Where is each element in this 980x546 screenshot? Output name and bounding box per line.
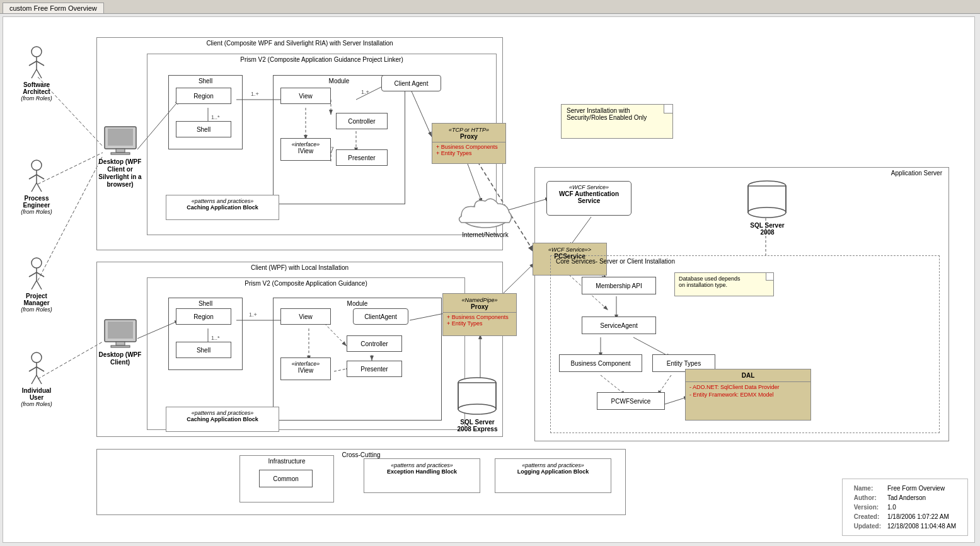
region-top-box: Region bbox=[176, 88, 231, 104]
svg-line-49 bbox=[37, 61, 44, 66]
svg-point-46 bbox=[32, 47, 42, 57]
svg-line-54 bbox=[29, 175, 37, 179]
service-agent-box: ServiceAgent bbox=[582, 317, 656, 334]
sql-express: SQL Server2008 Express bbox=[454, 376, 501, 433]
db-note-box: Database used dependson installation typ… bbox=[674, 272, 774, 296]
app-server-label: Application Server bbox=[891, 170, 942, 177]
iview-top-box: «interface»IView bbox=[280, 138, 331, 161]
tab-bar: custom Free Form Overview bbox=[0, 0, 980, 14]
actor-project-manager: Project Manager (from Roles) bbox=[14, 257, 59, 313]
svg-line-55 bbox=[37, 175, 44, 179]
svg-line-50 bbox=[32, 69, 37, 78]
infrastructure-box: Infrastructure Common bbox=[239, 455, 334, 502]
module-top-label: Module bbox=[329, 78, 350, 84]
sql-server-top: SQL Server2008 bbox=[744, 180, 791, 236]
svg-line-68 bbox=[32, 375, 37, 384]
svg-line-56 bbox=[32, 183, 37, 192]
svg-point-93 bbox=[458, 404, 496, 414]
shell-top-label: Shell bbox=[199, 78, 212, 84]
caching-bottom-box: «patterns and practices»Caching Applicat… bbox=[166, 407, 279, 432]
svg-point-88 bbox=[748, 207, 786, 218]
server-install-note: Server Installation withSecurity/Roles E… bbox=[561, 104, 673, 139]
membership-api-box: Membership API bbox=[582, 277, 656, 294]
tcp-proxy-box: «TCP or HTTP» Proxy + Business Component… bbox=[432, 123, 506, 164]
iview-bottom-box: «interface»IView bbox=[280, 357, 331, 380]
view-bottom-box: View bbox=[280, 308, 331, 325]
shell-inner-bottom-box: Shell bbox=[176, 342, 231, 358]
region-bottom-box: Region bbox=[176, 308, 231, 325]
svg-line-62 bbox=[32, 281, 37, 289]
tab-freeform[interactable]: custom Free Form Overview bbox=[3, 3, 104, 13]
cross-cutting-label: Cross-Cutting bbox=[342, 451, 380, 458]
controller-top-box: Controller bbox=[336, 113, 388, 129]
svg-line-63 bbox=[37, 281, 42, 289]
presenter-top-box: Presenter bbox=[336, 149, 388, 166]
shell-top-section: Shell bbox=[168, 75, 243, 149]
bottom-client-label: Client (WPF) with Local Installation bbox=[251, 264, 349, 271]
svg-line-67 bbox=[37, 367, 44, 371]
module-bottom-label: Module bbox=[347, 300, 368, 307]
svg-line-61 bbox=[37, 272, 44, 277]
exception-block-box: «patterns and practices» Exception Handl… bbox=[364, 458, 480, 493]
svg-line-66 bbox=[29, 367, 37, 371]
prism-top-label: Prism V2 (Composite Application Guidance… bbox=[240, 56, 403, 63]
client-agent-top-box: Client Agent bbox=[381, 75, 441, 91]
svg-point-58 bbox=[32, 258, 42, 268]
shell-inner-top-box: Shell bbox=[176, 121, 231, 137]
svg-line-69 bbox=[37, 375, 42, 384]
dal-box: DAL - ADO.NET: SqlClient Data Provider -… bbox=[685, 369, 811, 421]
svg-point-64 bbox=[32, 352, 42, 363]
svg-line-48 bbox=[29, 61, 37, 66]
svg-line-51 bbox=[37, 69, 42, 78]
presenter-bottom-box: Presenter bbox=[347, 361, 402, 377]
diagram-canvas: 1..* 1.+ bbox=[3, 16, 975, 543]
internet-cloud: Internet/Network bbox=[457, 192, 514, 238]
top-client-label: Client (Composite WPF and Silverlight RI… bbox=[206, 40, 393, 47]
controller-bottom-box: Controller bbox=[347, 335, 402, 352]
shell-bottom-label: Shell bbox=[199, 300, 212, 307]
caching-top-box: «patterns and practices»Caching Applicat… bbox=[166, 195, 279, 220]
info-box: Name: Free Form Overview Author: Tad And… bbox=[842, 479, 968, 536]
named-pipe-proxy-box: «NamedPipe» Proxy + Business Components … bbox=[442, 293, 517, 336]
wcf-auth-box: «WCF Service» WCF Authentication Service bbox=[546, 181, 631, 216]
core-services-label: Core Services- Server or Client Installa… bbox=[556, 258, 675, 265]
svg-point-52 bbox=[32, 160, 42, 170]
logging-block-box: «patterns and practices» Logging Applica… bbox=[495, 458, 611, 493]
svg-line-57 bbox=[37, 183, 42, 192]
business-component-box: Business Component bbox=[559, 354, 642, 372]
pcwf-service-box: PCWFService bbox=[597, 392, 665, 410]
client-agent-bottom-box: ClientAgent bbox=[353, 308, 408, 325]
actor-software-architect: Software Architect (from Roles) bbox=[14, 45, 59, 102]
prism-bottom-label: Prism V2 (Composite Application Guidance… bbox=[245, 280, 367, 287]
svg-line-60 bbox=[29, 272, 37, 277]
actor-process-engineer: Process Engineer (from Roles) bbox=[14, 159, 59, 215]
actor-individual-user: Individual User (from Roles) bbox=[14, 351, 59, 407]
view-top-box: View bbox=[280, 88, 331, 104]
common-box: Common bbox=[259, 470, 313, 487]
